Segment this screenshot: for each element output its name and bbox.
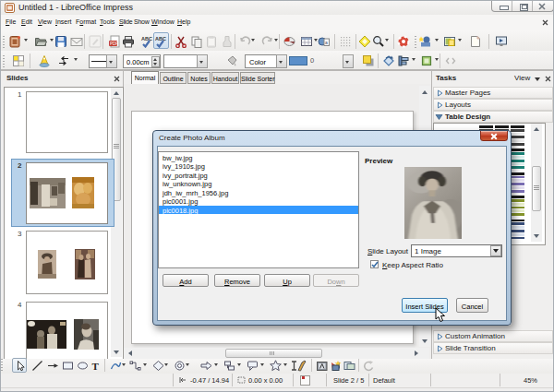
svg-text:ABC: ABC [141,36,152,42]
svg-text:ABC: ABC [155,36,166,42]
svg-text:a: a [325,40,328,45]
svg-text:T: T [92,361,100,372]
svg-text:PDF: PDF [110,42,118,46]
